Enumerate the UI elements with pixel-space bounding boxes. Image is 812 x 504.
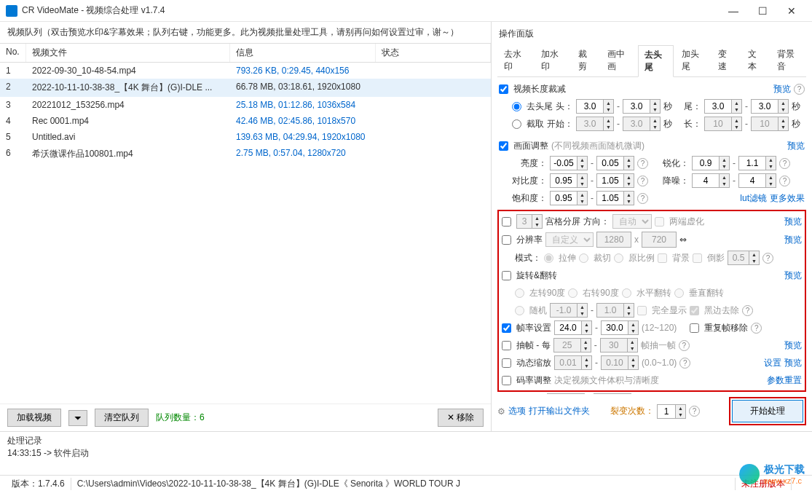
- dynzoom-enable-checkbox[interactable]: [502, 358, 511, 368]
- help-icon[interactable]: ?: [679, 358, 690, 369]
- tab-bgm[interactable]: 背景音: [770, 44, 806, 76]
- table-row[interactable]: 2 2022-10-11-10-38-38_【4K 舞台】(G)I-DLE ..…: [0, 79, 491, 97]
- options-link[interactable]: 选项: [508, 405, 526, 417]
- rotate-hflip-radio[interactable]: [622, 288, 631, 298]
- fps-from-spinner[interactable]: ▲▼: [554, 320, 592, 335]
- grid-virtual-checkbox[interactable]: [655, 217, 664, 227]
- blackrm-checkbox[interactable]: [690, 306, 699, 315]
- help-icon[interactable]: ?: [637, 176, 648, 186]
- open-output-link[interactable]: 打开输出文件夹: [529, 405, 590, 417]
- help-icon[interactable]: ?: [689, 406, 700, 417]
- start-from-spinner[interactable]: ▲▼: [576, 117, 614, 131]
- rotate-random-radio[interactable]: [515, 306, 524, 315]
- params-reset-link[interactable]: 参数重置: [767, 374, 802, 387]
- rotate-enable-checkbox[interactable]: [502, 271, 511, 280]
- dyn-from-spinner[interactable]: ▲▼: [554, 355, 592, 370]
- table-row[interactable]: 3 20221012_153256.mp4 25.18 MB, 01:12.86…: [0, 97, 491, 113]
- width-input[interactable]: [596, 232, 631, 248]
- fps-to-spinner[interactable]: ▲▼: [601, 320, 639, 335]
- trim-mode-extract-radio[interactable]: [512, 119, 521, 129]
- trim-enable-checkbox[interactable]: [499, 84, 508, 94]
- dyn-preview-link[interactable]: 预览: [784, 357, 802, 369]
- resolution-enable-checkbox[interactable]: [502, 235, 511, 245]
- drop-to-spinner[interactable]: ▲▼: [600, 338, 638, 353]
- dyn-to-spinner[interactable]: ▲▼: [601, 355, 639, 370]
- drop-preview-link[interactable]: 预览: [784, 339, 802, 352]
- help-icon[interactable]: ?: [794, 84, 805, 95]
- tab-pip[interactable]: 画中画: [601, 44, 636, 76]
- sharpen-from-spinner[interactable]: ▲▼: [692, 156, 730, 170]
- mode-crop-radio[interactable]: [579, 253, 588, 263]
- tab-add-intro[interactable]: 加头尾: [675, 44, 711, 76]
- height-input[interactable]: [642, 232, 677, 248]
- lut-link[interactable]: lut滤镜: [740, 192, 767, 205]
- col-no[interactable]: No.: [0, 44, 26, 62]
- help-icon[interactable]: ?: [779, 176, 790, 186]
- adjust-enable-checkbox[interactable]: [499, 141, 508, 151]
- mirror-checkbox[interactable]: [693, 253, 702, 263]
- col-status[interactable]: 状态: [376, 44, 491, 62]
- head-to-spinner[interactable]: ▲▼: [623, 99, 661, 114]
- trim-preview-link[interactable]: 预览: [773, 83, 791, 95]
- bitrate-enable-checkbox[interactable]: [502, 376, 511, 385]
- help-icon[interactable]: ?: [762, 253, 773, 264]
- tab-trim[interactable]: 去头尾: [638, 45, 674, 77]
- trim-mode-cut-radio[interactable]: [512, 102, 521, 111]
- len-to-spinner[interactable]: ▲▼: [751, 117, 789, 131]
- contrast-from-spinner[interactable]: ▲▼: [550, 173, 588, 188]
- swap-icon[interactable]: ⇔: [679, 235, 687, 245]
- denoise-from-spinner[interactable]: ▲▼: [692, 173, 730, 188]
- tail-from-spinner[interactable]: ▲▼: [704, 99, 742, 114]
- res-preview-link[interactable]: 预览: [784, 234, 802, 246]
- rotate-vflip-radio[interactable]: [674, 288, 684, 298]
- contrast-to-spinner[interactable]: ▲▼: [596, 173, 634, 188]
- fps-enable-checkbox[interactable]: [502, 323, 511, 333]
- resolution-preset-select[interactable]: 自定义: [545, 232, 594, 247]
- grid-preview-link[interactable]: 预览: [784, 216, 802, 228]
- bg-checkbox[interactable]: [658, 253, 667, 263]
- table-row[interactable]: 4 Rec 0001.mp4 42.46 MB, 02:45.86, 1018x…: [0, 113, 491, 129]
- rotate-preview-link[interactable]: 预览: [784, 269, 802, 282]
- denoise-to-spinner[interactable]: ▲▼: [738, 173, 776, 188]
- minimize-button[interactable]: —: [719, 1, 748, 21]
- sat-from-spinner[interactable]: ▲▼: [550, 191, 588, 205]
- dyn-setting-link[interactable]: 设置: [764, 357, 781, 369]
- split-count-spinner[interactable]: ▲▼: [657, 404, 686, 419]
- tab-add-watermark[interactable]: 加水印: [535, 44, 570, 76]
- tab-crop[interactable]: 裁剪: [572, 44, 600, 76]
- help-icon[interactable]: ?: [637, 158, 648, 169]
- start-process-button[interactable]: 开始处理: [732, 400, 803, 422]
- dropframe-enable-checkbox[interactable]: [502, 341, 511, 350]
- maximize-button[interactable]: ☐: [748, 1, 777, 21]
- fullshow-checkbox[interactable]: [637, 306, 647, 315]
- load-video-dropdown[interactable]: ⏷: [68, 410, 87, 426]
- sat-to-spinner[interactable]: ▲▼: [596, 191, 634, 205]
- mode-orig-radio[interactable]: [614, 253, 623, 263]
- bright-to-spinner[interactable]: ▲▼: [596, 156, 634, 170]
- grid-direction-select[interactable]: 自动: [612, 214, 652, 229]
- help-icon[interactable]: ?: [751, 323, 762, 334]
- grid-value-spinner[interactable]: ▲▼: [516, 214, 543, 229]
- table-row[interactable]: 1 2022-09-30_10-48-54.mp4 793.26 KB, 0:2…: [0, 63, 491, 79]
- table-row[interactable]: 5 Untitled.avi 139.63 MB, 04:29.94, 1920…: [0, 129, 491, 145]
- dup-remove-checkbox[interactable]: [690, 323, 699, 333]
- help-icon[interactable]: ?: [742, 305, 753, 316]
- drop-from-spinner[interactable]: ▲▼: [553, 338, 591, 353]
- rotate-l90-radio[interactable]: [515, 288, 524, 298]
- tab-text[interactable]: 文本: [741, 44, 770, 76]
- clear-queue-button[interactable]: 清空队列: [95, 409, 149, 427]
- bright-from-spinner[interactable]: ▲▼: [550, 156, 588, 170]
- help-icon[interactable]: ?: [637, 193, 648, 204]
- remove-button[interactable]: ✕ 移除: [438, 409, 484, 427]
- table-row[interactable]: 6 希沃微课作品100801.mp4 2.75 MB, 0:57.04, 128…: [0, 145, 491, 163]
- close-button[interactable]: ✕: [777, 1, 806, 21]
- tail-to-spinner[interactable]: ▲▼: [751, 99, 789, 114]
- head-from-spinner[interactable]: ▲▼: [576, 99, 614, 114]
- rotate-from-spinner[interactable]: ▲▼: [550, 303, 588, 318]
- start-to-spinner[interactable]: ▲▼: [623, 117, 661, 131]
- tab-speed[interactable]: 变速: [712, 44, 740, 76]
- sharpen-to-spinner[interactable]: ▲▼: [738, 156, 776, 170]
- rotate-to-spinner[interactable]: ▲▼: [596, 303, 634, 318]
- help-icon[interactable]: ?: [779, 158, 790, 169]
- load-video-button[interactable]: 加载视频: [7, 409, 61, 427]
